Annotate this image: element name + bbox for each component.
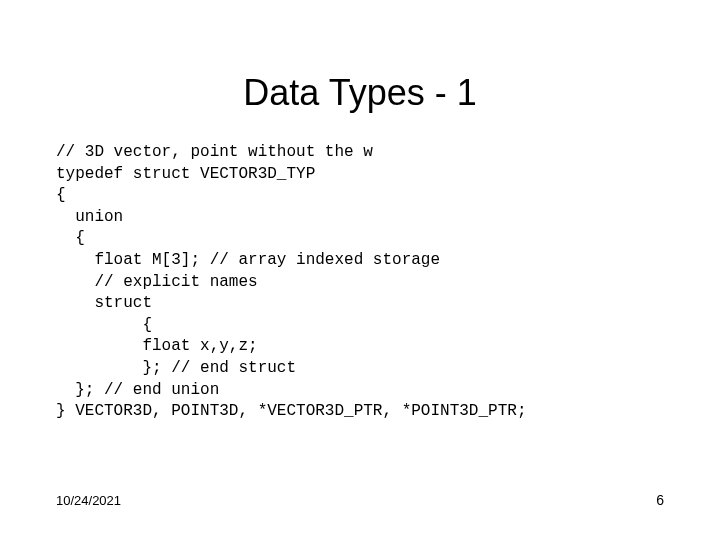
code-line: { bbox=[56, 186, 66, 204]
code-line: }; // end union bbox=[56, 381, 219, 399]
footer-date: 10/24/2021 bbox=[56, 493, 121, 508]
code-line: { bbox=[56, 229, 85, 247]
slide: Data Types - 1 // 3D vector, point witho… bbox=[0, 0, 720, 540]
code-line: struct bbox=[56, 294, 152, 312]
code-line: }; // end struct bbox=[56, 359, 296, 377]
code-block: // 3D vector, point without the w typede… bbox=[0, 142, 720, 423]
code-line: // 3D vector, point without the w bbox=[56, 143, 373, 161]
code-line: union bbox=[56, 208, 123, 226]
page-title: Data Types - 1 bbox=[0, 0, 720, 142]
code-line: float M[3]; // array indexed storage bbox=[56, 251, 440, 269]
code-line: typedef struct VECTOR3D_TYP bbox=[56, 165, 315, 183]
code-line: { bbox=[56, 316, 152, 334]
footer: 10/24/2021 6 bbox=[56, 492, 664, 508]
code-line: // explicit names bbox=[56, 273, 258, 291]
code-line: } VECTOR3D, POINT3D, *VECTOR3D_PTR, *POI… bbox=[56, 402, 526, 420]
footer-page-number: 6 bbox=[656, 492, 664, 508]
code-line: float x,y,z; bbox=[56, 337, 258, 355]
